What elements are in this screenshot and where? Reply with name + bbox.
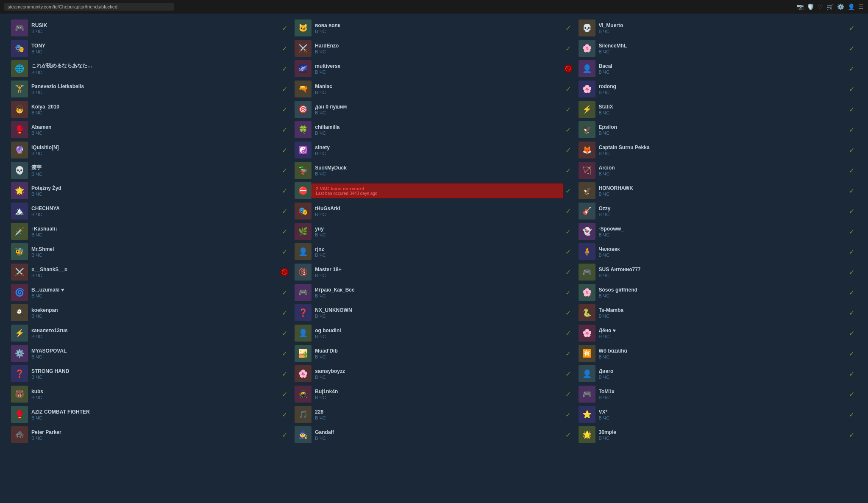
friend-action[interactable]: ✓	[279, 430, 289, 440]
friend-action[interactable]: ✓	[563, 348, 573, 358]
friend-col[interactable]: 🏋️Panevezio LietkabelisВ ЧС✓	[8, 79, 292, 99]
friend-col[interactable]: 🦊Captain Surnu PekkaВ ЧС✓	[576, 140, 860, 160]
friend-col[interactable]: 🎮Играю_Как_ВсеВ ЧС✓	[292, 282, 576, 303]
friend-action[interactable]: ✓	[563, 287, 573, 297]
friend-col[interactable]: 🌿унуВ ЧС✓	[292, 221, 576, 242]
friend-col[interactable]: 🌐これが読めるならあなたはグ...В ЧС✓	[8, 58, 292, 79]
friend-col[interactable]: 🐱вова волкВ ЧС✓	[292, 18, 576, 38]
friend-action[interactable]: ✓	[847, 145, 857, 155]
friend-col[interactable]: 🎸OzzyВ ЧС✓	[576, 201, 860, 221]
friend-col[interactable]: 🎭tHuGsArkiВ ЧС✓	[292, 201, 576, 221]
friend-col[interactable]: 🍳koekenpanВ ЧС✓	[8, 303, 292, 323]
friend-action[interactable]: ✓	[847, 369, 857, 379]
friend-col[interactable]: 🧙GandalfВ ЧС✓	[292, 425, 576, 445]
friend-action[interactable]: ✓	[563, 328, 573, 338]
friend-col[interactable]: ❓NX_UNKNOWNВ ЧС✓	[292, 303, 576, 323]
friend-action[interactable]: 🚫	[279, 267, 289, 277]
friend-action[interactable]: ✓	[563, 369, 573, 379]
friend-col[interactable]: 🔫ManiacВ ЧС✓	[292, 79, 576, 99]
friend-col[interactable]: 🌸rodongВ ЧС✓	[576, 79, 860, 99]
friend-action[interactable]: ✓	[279, 125, 289, 135]
friend-col[interactable]: ⚙️MYASOPOVALВ ЧС✓	[8, 343, 292, 364]
friend-col[interactable]: ⛔2 VAC bans on recordLast ban occured 34…	[292, 181, 576, 201]
friend-col[interactable]: 🎮SUS Антонио777В ЧС✓	[576, 262, 860, 282]
friend-action[interactable]: ✓	[279, 348, 289, 358]
friend-col[interactable]: 🏜️Muad'DibВ ЧС✓	[292, 343, 576, 364]
friend-col[interactable]: 🌟30mpleВ ЧС✓	[576, 425, 860, 445]
friend-action[interactable]: ✓	[847, 308, 857, 318]
friend-col[interactable]: 🏔️CHECHNYAВ ЧС✓	[8, 201, 292, 221]
friend-col[interactable]: ⚔️≡__ShankS__≡В ЧС🚫	[8, 262, 292, 282]
friend-action[interactable]: ✓	[563, 247, 573, 257]
url-bar[interactable]: steamcommunity.com/id/Cheburaptor/friend…	[4, 3, 174, 11]
friend-col[interactable]: 👤ДиегоВ ЧС✓	[576, 364, 860, 384]
friend-action[interactable]: ✓	[847, 64, 857, 74]
friend-col[interactable]: 👤rjnzВ ЧС✓	[292, 242, 576, 262]
friend-action[interactable]: ✓	[279, 43, 289, 53]
friend-col[interactable]: 🔮iQuisitio[N]В ЧС✓	[8, 140, 292, 160]
friend-action[interactable]: ✓	[847, 348, 857, 358]
friend-col[interactable]: 💀Vi_MuertoВ ЧС✓	[576, 18, 860, 38]
friend-action[interactable]: ✓	[279, 308, 289, 318]
friend-action[interactable]: ✓	[847, 247, 857, 257]
friend-action[interactable]: ✓	[847, 267, 857, 277]
friend-col[interactable]: 🍀chillamillaВ ЧС✓	[292, 119, 576, 140]
friend-action[interactable]: ✓	[847, 389, 857, 399]
friend-action[interactable]: ✓	[563, 186, 573, 196]
friend-col[interactable]: 🌸Дёно ♥В ЧС✓	[576, 323, 860, 343]
friend-action[interactable]: ✓	[279, 84, 289, 94]
friend-action[interactable]: ✓	[847, 84, 857, 94]
friend-action[interactable]: ✓	[279, 247, 289, 257]
friend-action[interactable]: ✓	[279, 165, 289, 175]
friend-col[interactable]: ⚡каналето13rusВ ЧС✓	[8, 323, 292, 343]
friend-col[interactable]: 👻-Spooww_В ЧС✓	[576, 221, 860, 242]
friend-col[interactable]: 🏹ArcionВ ЧС✓	[576, 160, 860, 181]
friend-col[interactable]: 🌀В...uzumaki ♥В ЧС✓	[8, 282, 292, 303]
friend-action[interactable]: ✓	[847, 430, 857, 440]
friend-col[interactable]: 🐝Mr.ShmelВ ЧС✓	[8, 242, 292, 262]
friend-col[interactable]: 🔞Master 18+В ЧС✓	[292, 262, 576, 282]
friend-col[interactable]: 🌟Potężny ŻydВ ЧС✓	[8, 181, 292, 201]
friend-action[interactable]: ✓	[279, 328, 289, 338]
friend-col[interactable]: 🎮RUSiKВ ЧС✓	[8, 18, 292, 38]
friend-action[interactable]: ✓	[279, 23, 289, 33]
friend-col[interactable]: 🦅EpsilonВ ЧС✓	[576, 119, 860, 140]
friend-action[interactable]: ✓	[563, 145, 573, 155]
friend-action[interactable]: ✓	[847, 287, 857, 297]
friend-action[interactable]: ✓	[847, 328, 857, 338]
friend-col[interactable]: 💀渡宇В ЧС✓	[8, 160, 292, 181]
friend-action[interactable]: ✓	[279, 389, 289, 399]
friend-action[interactable]: ✓	[563, 84, 573, 94]
friend-col[interactable]: 🎭TONYВ ЧС✓	[8, 38, 292, 58]
friend-col[interactable]: ⭐VX*В ЧС✓	[576, 404, 860, 425]
friend-col[interactable]: 🈶Wô bùzàihùВ ЧС✓	[576, 343, 860, 364]
friend-action[interactable]: ✓	[279, 186, 289, 196]
friend-action[interactable]: ✓	[847, 165, 857, 175]
friend-action[interactable]: ✓	[563, 23, 573, 33]
friend-action[interactable]: ✓	[563, 389, 573, 399]
friend-action[interactable]: 🚫	[563, 64, 573, 74]
friend-col[interactable]: 🐻kubsВ ЧС✓	[8, 384, 292, 404]
friend-action[interactable]: ✓	[279, 206, 289, 216]
friend-col[interactable]: 🦆SuckMyDuckВ ЧС✓	[292, 160, 576, 181]
friend-col[interactable]: ⚡StatiXВ ЧС✓	[576, 99, 860, 119]
friend-action[interactable]: ✓	[279, 369, 289, 379]
friend-action[interactable]: ✓	[847, 104, 857, 114]
friend-action[interactable]: ✓	[279, 145, 289, 155]
friend-action[interactable]: ✓	[563, 267, 573, 277]
friend-col[interactable]: 🐍Ts-MambaВ ЧС✓	[576, 303, 860, 323]
friend-col[interactable]: 🎵228В ЧС✓	[292, 404, 576, 425]
friend-col[interactable]: ☯️sinetyВ ЧС✓	[292, 140, 576, 160]
friend-col[interactable]: 🥷Buj1nk4nВ ЧС✓	[292, 384, 576, 404]
friend-col[interactable]: 🌸SilenceMhLВ ЧС✓	[576, 38, 860, 58]
friend-col[interactable]: 🌸Sósos girlfriendВ ЧС✓	[576, 282, 860, 303]
friend-action[interactable]: ✓	[563, 125, 573, 135]
friend-action[interactable]: ✓	[279, 409, 289, 420]
friend-action[interactable]: ✓	[847, 206, 857, 216]
friend-col[interactable]: 🌌multiverseВ ЧС🚫	[292, 58, 576, 79]
friend-col[interactable]: 👦Kolya_2010В ЧС✓	[8, 99, 292, 119]
friend-col[interactable]: 🥊AbamenВ ЧС✓	[8, 119, 292, 140]
friend-col[interactable]: 🥊AZIZ COMBAT FIGHTERВ ЧС✓	[8, 404, 292, 425]
friend-action[interactable]: ✓	[847, 43, 857, 53]
friend-col[interactable]: 🎯дан 0 пушимВ ЧС✓	[292, 99, 576, 119]
